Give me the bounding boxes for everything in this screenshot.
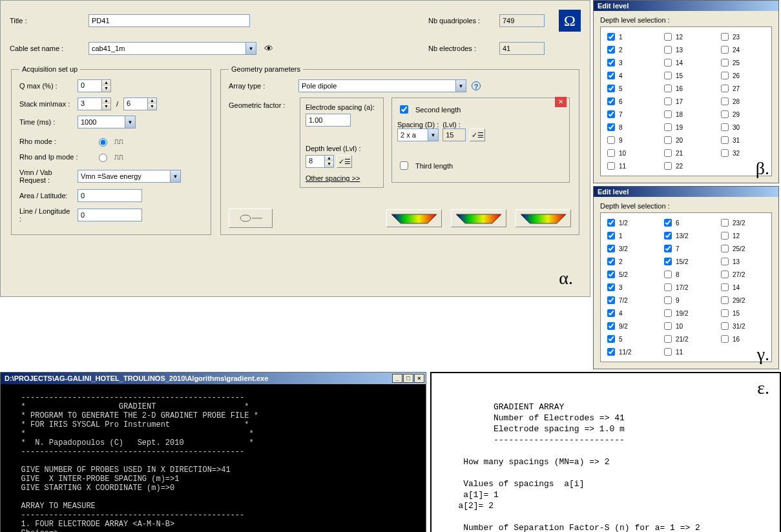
level-checkbox[interactable]: 26 (718, 70, 767, 81)
qmax-label: Q max (%) : (19, 82, 72, 90)
cloud-button[interactable] (229, 209, 273, 228)
array-type-dropdown[interactable]: Pole dipole ▼ (298, 79, 466, 92)
level-checkbox[interactable]: 17/2 (661, 281, 711, 293)
level-checkbox[interactable]: 9 (605, 134, 654, 146)
level-checkbox[interactable]: 15/2 (661, 256, 711, 267)
level-checkbox[interactable]: 29/2 (718, 294, 767, 306)
level-checkbox[interactable]: 8 (605, 121, 654, 133)
level-checkbox[interactable]: 16 (661, 83, 711, 94)
pseudosection-button-3[interactable] (515, 209, 571, 227)
level-checkbox[interactable]: 7 (661, 243, 711, 254)
depth-edit-button[interactable]: ✓☰ (337, 155, 352, 168)
level-checkbox[interactable]: 15 (718, 307, 767, 319)
level-checkbox[interactable]: 6 (661, 217, 711, 229)
level-checkbox[interactable]: 15 (661, 70, 711, 81)
level-checkbox[interactable]: 13/2 (661, 230, 711, 241)
close-icon[interactable]: × (414, 374, 424, 383)
level-checkbox[interactable]: 3 (605, 57, 654, 68)
level-checkbox[interactable]: 30 (718, 121, 767, 133)
level-checkbox[interactable]: 20 (661, 134, 711, 146)
pseudosection-button-2[interactable] (451, 209, 506, 227)
rho-ip-mode-radio[interactable] (99, 154, 107, 162)
level-checkbox[interactable]: 1 (605, 31, 654, 43)
level-checkbox[interactable]: 31/2 (718, 320, 767, 332)
maximize-icon[interactable]: □ (403, 374, 413, 383)
level-checkbox[interactable]: 23/2 (718, 217, 767, 229)
level-checkbox[interactable]: 9/2 (605, 320, 654, 332)
rho-ip-mode-label: Rho and Ip mode : (19, 153, 90, 161)
level-checkbox[interactable]: 31 (718, 134, 767, 146)
level-checkbox[interactable]: 19/2 (661, 307, 711, 319)
level-checkbox[interactable]: 12 (661, 31, 711, 43)
lvl-edit-button[interactable]: ✓☰ (470, 128, 485, 141)
level-checkbox[interactable]: 5/2 (605, 269, 654, 280)
level-checkbox[interactable]: 24 (718, 44, 767, 56)
level-checkbox[interactable]: 22 (661, 160, 711, 172)
level-checkbox[interactable]: 29 (718, 108, 767, 120)
level-checkbox[interactable]: 4 (605, 70, 654, 81)
level-checkbox[interactable]: 1/2 (605, 217, 654, 229)
electrode-spacing-input[interactable] (306, 114, 351, 127)
level-checkbox[interactable]: 21/2 (661, 333, 711, 345)
level-checkbox[interactable]: 3/2 (605, 243, 654, 254)
gradient-output-panel: GRADIENT ARRAY Number of Electrodes => 4… (430, 372, 781, 532)
title-input[interactable] (89, 14, 250, 27)
level-checkbox[interactable]: 27 (718, 83, 767, 94)
level-checkbox[interactable]: 7 (605, 108, 654, 120)
level-checkbox[interactable]: 11/2 (605, 346, 654, 358)
level-checkbox[interactable]: 25/2 (718, 243, 767, 254)
second-length-checkbox[interactable] (400, 105, 408, 114)
level-checkbox[interactable]: 25 (718, 57, 767, 68)
other-spacing-link[interactable]: Other spacing >> (306, 174, 378, 182)
level-checkbox[interactable]: 2 (605, 44, 654, 56)
level-checkbox[interactable]: 11 (661, 346, 711, 358)
level-checkbox[interactable]: 13 (661, 44, 711, 56)
level-checkbox[interactable]: 18 (661, 108, 711, 120)
level-checkbox[interactable]: 14 (661, 57, 711, 68)
level-checkbox[interactable]: 12 (718, 230, 767, 241)
level-checkbox[interactable]: 10 (661, 320, 711, 332)
cable-set-dropdown[interactable]: cab41_1m ▼ (89, 42, 256, 55)
level-checkbox[interactable]: 5 (605, 333, 654, 345)
third-length-checkbox[interactable] (400, 161, 408, 170)
level-checkbox[interactable]: 9 (661, 294, 711, 306)
area-input[interactable] (78, 189, 142, 202)
level-checkbox[interactable]: 3 (605, 281, 654, 293)
ohm-icon[interactable]: Ω (559, 10, 581, 32)
line-input[interactable] (78, 209, 142, 221)
level-checkbox[interactable]: 8 (661, 269, 711, 280)
console-output[interactable]: ----------------------------------------… (1, 384, 426, 532)
depth-level-spinner[interactable]: 8 ▲▼ (306, 155, 334, 168)
level-checkbox[interactable]: 27/2 (718, 269, 767, 280)
help-icon[interactable]: ? (472, 81, 481, 90)
level-checkbox[interactable]: 11 (605, 160, 654, 172)
level-checkbox[interactable]: 28 (718, 96, 767, 107)
rho-mode-radio[interactable] (99, 138, 107, 147)
level-checkbox[interactable]: 5 (605, 83, 654, 94)
time-dropdown[interactable]: 1000 ▼ (78, 116, 136, 128)
chevron-down-icon[interactable]: ▼ (245, 43, 256, 54)
pseudosection-button-1[interactable] (386, 209, 442, 227)
stack-max-spinner[interactable]: 6 ▲▼ (123, 97, 157, 110)
spacing-d-dropdown[interactable]: 2 x a ▼ (397, 128, 439, 141)
eye-icon[interactable]: 👁 (264, 43, 273, 54)
level-checkbox[interactable]: 32 (718, 147, 767, 159)
level-checkbox[interactable]: 14 (718, 281, 767, 293)
minimize-icon[interactable]: _ (392, 374, 402, 383)
close-icon[interactable]: ✕ (555, 97, 567, 107)
level-checkbox[interactable]: 1 (605, 230, 654, 241)
level-checkbox[interactable]: 21 (661, 147, 711, 159)
stack-min-spinner[interactable]: 3 ▲▼ (78, 97, 111, 110)
level-checkbox[interactable]: 19 (661, 121, 711, 133)
level-checkbox[interactable]: 17 (661, 96, 711, 107)
level-checkbox[interactable]: 7/2 (605, 294, 654, 306)
level-checkbox[interactable]: 4 (605, 307, 654, 319)
level-checkbox[interactable]: 13 (718, 256, 767, 267)
level-checkbox[interactable]: 10 (605, 147, 654, 159)
level-checkbox[interactable]: 23 (718, 31, 767, 43)
level-checkbox[interactable]: 6 (605, 96, 654, 107)
qmax-spinner[interactable]: 0 ▲▼ (78, 79, 111, 92)
level-checkbox[interactable]: 16 (718, 333, 767, 345)
vmn-dropdown[interactable]: Vmn =Save energy ▼ (78, 170, 181, 183)
level-checkbox[interactable]: 2 (605, 256, 654, 267)
